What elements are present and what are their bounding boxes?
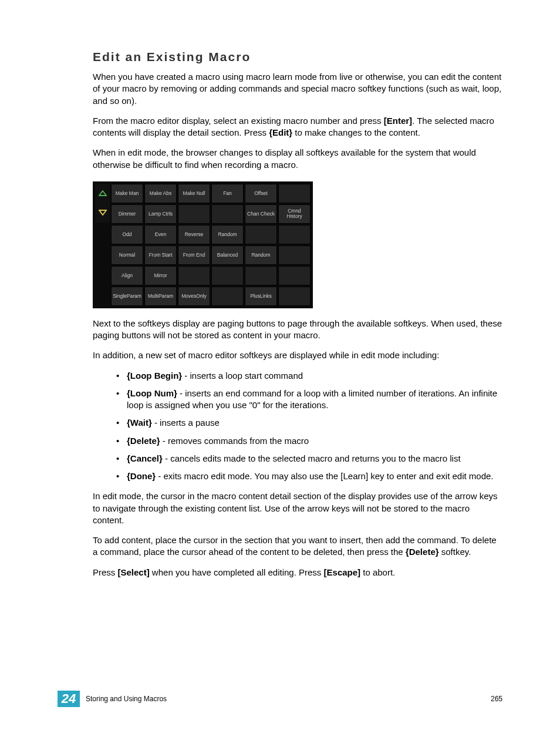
softkey-cell-empty (245, 225, 277, 244)
key-enter: [Enter] (384, 116, 412, 126)
softkey-desc: - inserts a pause (152, 418, 220, 428)
softkey-cell-empty (211, 287, 244, 306)
softkey-edit: {Edit} (269, 127, 292, 137)
softkey-desc: - exits macro edit mode. You may also us… (156, 471, 493, 481)
text: when you have completed all editing. Pre… (150, 567, 324, 577)
paragraph-8: Press [Select] when you have completed a… (93, 567, 502, 578)
list-item: {Cancel} - cancels edits made to the sel… (116, 453, 502, 465)
softkey-cell-lamp-ctrls[interactable]: Lamp Ctrls (144, 204, 177, 224)
softkey-desc: - inserts an end command for a loop with… (127, 388, 497, 410)
softkey-cell-random[interactable]: Random (245, 245, 277, 265)
list-item: {Loop Begin} - inserts a loop start comm… (116, 370, 502, 382)
paragraph-5: In addition, a new set of macro editor s… (93, 349, 502, 361)
softkey-cell-from-start[interactable]: From Start (144, 245, 177, 265)
softkey-grid-figure: Make ManMake AbsMake NullFanOffsetDimmer… (93, 181, 313, 308)
softkey-desc: - removes commands from the macro (160, 436, 309, 446)
softkey-cell-empty (278, 245, 311, 265)
chapter-title: Storing and Using Macros (86, 695, 167, 703)
text: softkey. (439, 547, 471, 557)
softkey-cell-offset[interactable]: Offset (245, 184, 277, 203)
text: to make changes to the content. (292, 127, 420, 137)
page-up-button[interactable] (95, 184, 110, 203)
softkey-cell-pluslinks[interactable]: PlusLinks (245, 287, 277, 306)
chapter-number-box: 24 (58, 691, 80, 707)
softkey-cell-cmnd-history[interactable]: Cmnd History (278, 204, 311, 224)
softkey-desc: - inserts a loop start command (182, 371, 303, 381)
list-item: {Loop Num} - inserts an end command for … (116, 388, 502, 412)
softkey-cell-reverse[interactable]: Reverse (178, 225, 210, 244)
text: From the macro editor display, select an… (93, 116, 384, 126)
softkey-cell-make-null[interactable]: Make Null (178, 184, 210, 203)
text: to abort. (360, 567, 395, 577)
softkey-name: {Loop Begin} (127, 371, 182, 381)
softkey-cell-empty (178, 266, 210, 285)
softkey-list: {Loop Begin} - inserts a loop start comm… (116, 370, 502, 483)
softkey-cell-empty (278, 266, 311, 285)
softkey-cell-make-man[interactable]: Make Man (111, 184, 143, 203)
paragraph-6: In edit mode, the cursor in the macro co… (93, 490, 502, 526)
softkey-name: {Wait} (127, 418, 152, 428)
softkey-cell-multiparam[interactable]: MultiParam (144, 287, 177, 306)
page-footer: 24 Storing and Using Macros 265 (0, 691, 560, 707)
softkey-cell-balanced[interactable]: Balanced (211, 245, 244, 265)
softkey-cell-empty (211, 204, 244, 224)
softkey-name: {Delete} (127, 436, 160, 446)
softkey-cell-empty (278, 225, 311, 244)
softkey-cell-fan[interactable]: Fan (211, 184, 244, 203)
softkey-cell-empty (178, 204, 210, 224)
softkey-name: {Cancel} (127, 453, 163, 463)
softkey-cell-even[interactable]: Even (144, 225, 177, 244)
section-heading: Edit an Existing Macro (93, 50, 502, 64)
softkey-cell-random[interactable]: Random (211, 225, 244, 244)
paragraph-7: To add content, place the cursor in the … (93, 534, 502, 558)
softkey-cell-dimmer[interactable]: Dimmer (111, 204, 143, 224)
softkey-cell-empty (278, 184, 311, 203)
page-down-button[interactable] (95, 203, 110, 223)
text: Press (93, 567, 118, 577)
list-item: {Delete} - removes commands from the mac… (116, 435, 502, 447)
softkey-cell-empty (211, 266, 244, 285)
softkey-delete: {Delete} (406, 547, 439, 557)
paragraph-4: Next to the softkeys display are paging … (93, 318, 502, 342)
softkey-cell-empty (278, 287, 311, 306)
softkey-cell-mirror[interactable]: Mirror (144, 266, 177, 285)
softkey-cell-align[interactable]: Align (111, 266, 143, 285)
softkey-cell-make-abs[interactable]: Make Abs (144, 184, 177, 203)
paragraph-2: From the macro editor display, select an… (93, 115, 502, 139)
softkey-cell-odd[interactable]: Odd (111, 225, 143, 244)
softkey-desc: - cancels edits made to the selected mac… (163, 453, 461, 463)
softkey-name: {Loop Num} (127, 388, 177, 398)
softkey-cell-movesonly[interactable]: MovesOnly (178, 287, 210, 306)
softkey-cell-from-end[interactable]: From End (178, 245, 210, 265)
page-number: 265 (491, 695, 502, 703)
key-select: [Select] (118, 567, 150, 577)
softkey-cell-empty (245, 266, 277, 285)
key-escape: [Escape] (324, 567, 361, 577)
softkey-cell-normal[interactable]: Normal (111, 245, 143, 265)
softkey-name: {Done} (127, 471, 156, 481)
list-item: {Done} - exits macro edit mode. You may … (116, 470, 502, 482)
softkey-cell-chan-check[interactable]: Chan Check (245, 204, 277, 224)
list-item: {Wait} - inserts a pause (116, 417, 502, 429)
paragraph-1: When you have created a macro using macr… (93, 71, 502, 107)
paragraph-3: When in edit mode, the browser changes t… (93, 147, 502, 171)
softkey-cell-singleparam[interactable]: SingleParam (111, 287, 143, 306)
